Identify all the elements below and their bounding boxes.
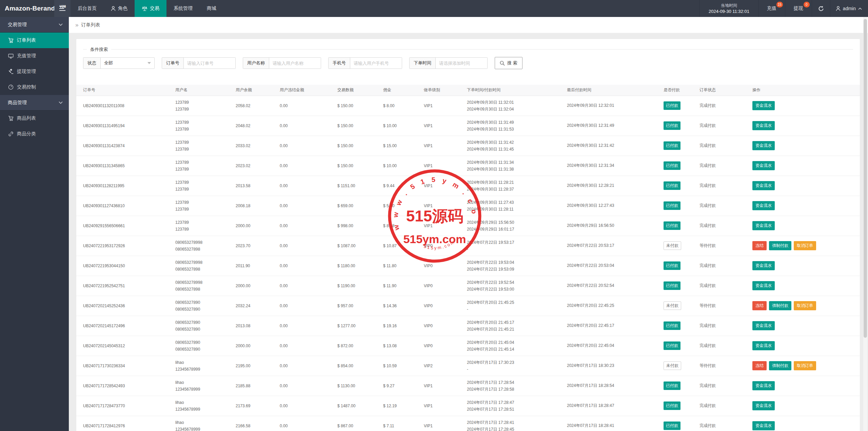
actions-cell: 冻结强制付款取消订单 (752, 356, 860, 376)
fund-flow-button[interactable]: 资金流水 (752, 321, 775, 330)
level-cell: VIP0 (424, 336, 467, 356)
user-name-line1: 123789 (175, 219, 236, 226)
column-header: 做单级别 (424, 85, 467, 96)
status-select[interactable]: 全部 (101, 58, 154, 68)
pay-time-line: 2024年09月30日 11:31:53 (467, 126, 567, 133)
pay-time-line: 2024年07月22日 19:53:09 (467, 266, 567, 273)
sidebar-group-trade[interactable]: 交易管理 (0, 17, 69, 33)
fund-flow-button[interactable]: 资金流水 (752, 261, 775, 270)
balance-cell: 2032.24 (236, 296, 280, 316)
last-pay-time-cell: 2024年09月30日 12:27:43 (567, 196, 664, 216)
pay-status-cell: 已付款 (664, 256, 699, 276)
level-cell: VIP1 (424, 96, 467, 116)
frozen-cell: 0.00 (280, 176, 337, 196)
cancel-order-button[interactable]: 取消订单 (794, 361, 816, 370)
nav-item-dashboard[interactable]: 后台首页 (71, 0, 104, 17)
amount-cell: $ 957.00 (337, 296, 383, 316)
frozen-cell: 0.00 (280, 316, 337, 336)
fund-flow-button[interactable]: 资金流水 (752, 381, 775, 390)
freeze-button[interactable]: 冻结 (752, 241, 767, 250)
user-name-cell: 08065327890 08065327890 (175, 316, 236, 336)
force-pay-button[interactable]: 强制付款 (769, 361, 791, 370)
times-cell: 2024年07月17日 17:28:41 2024年07月17日 17:28:4… (467, 416, 567, 431)
column-header: 用户名 (175, 85, 236, 96)
level-cell: VIP1 (424, 376, 467, 396)
user-menu[interactable]: admin (830, 0, 868, 17)
fund-flow-button[interactable]: 资金流水 (752, 201, 775, 210)
app-logo-text: Amazon-Beranda (5, 5, 59, 12)
sidebar-collapse-button[interactable] (54, 0, 71, 17)
pay-time-line: 2024年07月17日 17:28:51 (467, 406, 567, 413)
fund-flow-button[interactable]: 资金流水 (752, 281, 775, 290)
link-icon (8, 131, 14, 137)
order-status-cell: 完成付款 (699, 136, 752, 156)
user-name-line1: 123789 (175, 119, 236, 126)
sidebar-item-order-list[interactable]: 订单列表 (0, 33, 69, 48)
cancel-order-button[interactable]: 取消订单 (794, 301, 816, 310)
pay-status-badge: 已付款 (664, 181, 680, 190)
fund-flow-button[interactable]: 资金流水 (752, 141, 775, 150)
order-no-cell: UB2407202145252436 (76, 296, 175, 316)
order-time-input[interactable] (436, 58, 487, 68)
monitor-icon (8, 54, 14, 59)
refresh-button[interactable] (812, 0, 830, 17)
sidebar-item-recharge[interactable]: 充值管理 (0, 48, 69, 64)
pay-status-badge: 已付款 (664, 341, 680, 350)
header-right: 当地时间 2024-09-30 11:32:01 充值 15 提现 0 ad (699, 0, 868, 17)
user-name-line2: 123789 (175, 106, 236, 113)
amount-cell: $ 150.00 (337, 96, 383, 116)
scrollbar[interactable] (863, 17, 867, 431)
scrollbar-thumb[interactable] (864, 19, 867, 338)
fund-flow-button[interactable]: 资金流水 (752, 401, 775, 410)
actions-cell: 资金流水 (752, 256, 860, 276)
sidebar-item-withdraw[interactable]: 提现管理 (0, 64, 69, 79)
sidebar-item-product-list[interactable]: 商品列表 (0, 111, 69, 126)
recharge-link[interactable]: 充值 15 (758, 0, 785, 17)
nav-item-trade[interactable]: 交易 (135, 0, 166, 17)
column-header: 最后付款时间 (567, 85, 664, 96)
fund-flow-button[interactable]: 资金流水 (752, 221, 775, 230)
level-cell: VIP1 (424, 416, 467, 431)
pay-time-line: 2024年07月17日 17:28:58 (467, 386, 567, 393)
balance-cell: 2000.00 (236, 216, 280, 236)
fund-flow-button[interactable]: 资金流水 (752, 101, 775, 110)
nav-item-roles[interactable]: 角色 (104, 0, 135, 17)
commission-cell: $ 10.00 (383, 156, 424, 176)
freeze-button[interactable]: 冻结 (752, 361, 767, 370)
balance-cell: 2195.00 (236, 356, 280, 376)
force-pay-button[interactable]: 强制付款 (769, 301, 791, 310)
fund-flow-button[interactable]: 资金流水 (752, 181, 775, 190)
balance-cell: 2000.00 (236, 336, 280, 356)
user-name-input[interactable] (269, 58, 321, 68)
sidebar-item-product-category[interactable]: 商品分类 (0, 126, 69, 142)
order-status-cell: 完成付款 (699, 336, 752, 356)
force-pay-button[interactable]: 强制付款 (769, 241, 791, 250)
order-time-line: 2024年09月29日 15:56:50 (467, 219, 567, 226)
cart-icon (8, 116, 14, 121)
times-cell: 2024年09月30日 11:31:34 2024年09月30日 11:31:3… (467, 156, 567, 176)
table-header-row: 订单号 用户名 用户余额 用户冻结金额 交易数额 佣金 做单级别 下单时间/付款… (76, 85, 860, 96)
freeze-button[interactable]: 冻结 (752, 301, 767, 310)
search-button[interactable]: 搜 索 (495, 57, 522, 69)
user-name-line2: 123789 (175, 126, 236, 133)
nav-item-mall[interactable]: 商城 (200, 0, 223, 17)
status-label: 状态 (83, 58, 101, 68)
order-no-input[interactable] (184, 58, 235, 68)
cancel-order-button[interactable]: 取消订单 (794, 241, 816, 250)
pay-status-badge: 已付款 (664, 281, 680, 290)
nav-item-system[interactable]: 系统管理 (166, 0, 200, 17)
withdraw-link[interactable]: 提现 0 (785, 0, 812, 17)
order-time-line: 2024年09月30日 11:31:42 (467, 139, 567, 146)
fund-flow-button[interactable]: 资金流水 (752, 421, 775, 430)
fund-flow-button[interactable]: 资金流水 (752, 341, 775, 350)
user-name-line1: 080653278998 (175, 279, 236, 286)
fund-flow-button[interactable]: 资金流水 (752, 161, 775, 170)
sidebar-item-trade-control[interactable]: 交易控制 (0, 79, 69, 95)
fund-flow-button[interactable]: 资金流水 (752, 121, 775, 130)
sidebar-group-products[interactable]: 商品管理 (0, 95, 69, 111)
last-pay-time-cell: 2024年07月20日 22:45:25 (567, 296, 664, 316)
phone-input[interactable] (350, 58, 402, 68)
balance-cell: 2011.90 (236, 256, 280, 276)
pay-status-badge: 未付款 (664, 241, 681, 250)
actions-cell: 资金流水 (752, 176, 860, 196)
